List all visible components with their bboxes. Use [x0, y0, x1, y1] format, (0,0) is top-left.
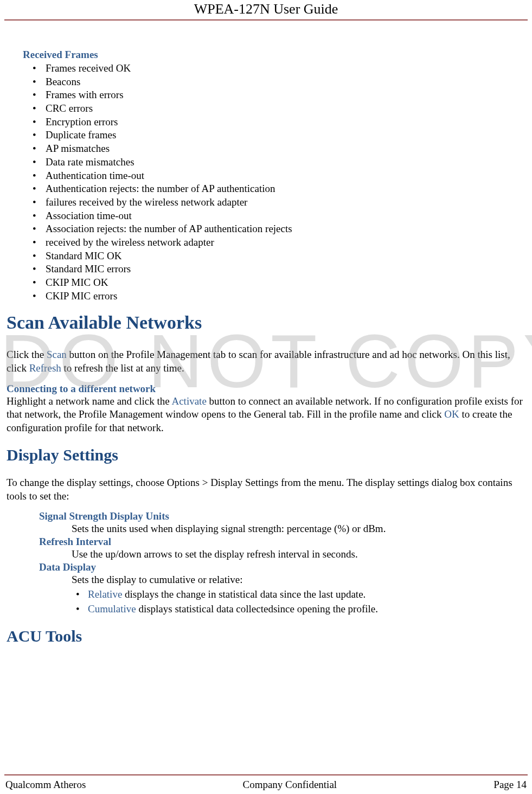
list-item: failures received by the wireless networ… — [46, 196, 525, 209]
signal-strength-desc: Sets the units used when displaying sign… — [72, 522, 525, 536]
list-item: Cumulative displays statistical data col… — [88, 602, 525, 617]
text-fragment: Click the — [7, 349, 47, 360]
list-item: Association time-out — [46, 209, 525, 223]
text-fragment: to refresh the list at any time. — [61, 362, 184, 374]
page-content: Received Frames Frames received OK Beaco… — [4, 22, 528, 645]
footer-left: Qualcomm Atheros — [5, 779, 86, 791]
received-frames-heading: Received Frames — [23, 49, 525, 61]
list-item: CKIP MIC OK — [46, 276, 525, 290]
page-header-title: WPEA-127N User Guide — [4, 0, 528, 20]
text-fragment: displays the change in statistical data … — [122, 588, 366, 600]
acu-tools-heading: ACU Tools — [7, 627, 525, 645]
display-intro: To change the display settings, choose O… — [7, 476, 525, 503]
connecting-subheading: Connecting to a different network — [7, 383, 525, 395]
page-footer: Qualcomm Atheros Company Confidential Pa… — [4, 774, 528, 791]
list-item: Beacons — [46, 75, 525, 89]
scan-heading: Scan Available Networks — [7, 312, 525, 333]
list-item: Standard MIC OK — [46, 249, 525, 263]
received-frames-list: Frames received OK Beacons Frames with e… — [7, 62, 525, 303]
list-item: Duplicate frames — [46, 129, 525, 142]
footer-right: Page 14 — [493, 779, 527, 791]
refresh-interval-subheading: Refresh Interval — [39, 536, 525, 548]
scan-paragraph-1: Click the Scan button on the Profile Man… — [7, 348, 525, 375]
list-item: Frames with errors — [46, 88, 525, 102]
list-item: Authentication rejects: the number of AP… — [46, 182, 525, 196]
list-item: AP mismatches — [46, 142, 525, 156]
relative-link: Relative — [88, 588, 122, 600]
activate-link: Activate — [171, 395, 206, 407]
scan-link: Scan — [47, 349, 67, 360]
text-fragment: Highlight a network name and click the — [7, 395, 171, 407]
refresh-link: Refresh — [29, 362, 61, 374]
data-display-list: Relative displays the change in statisti… — [72, 587, 525, 616]
list-item: CRC errors — [46, 102, 525, 116]
data-display-intro: Sets the display to cumulative or relati… — [72, 573, 525, 587]
list-item: Authentication time-out — [46, 169, 525, 183]
header-rule — [4, 20, 528, 21]
list-item: Relative displays the change in statisti… — [88, 587, 525, 602]
list-item: Association rejects: the number of AP au… — [46, 222, 525, 236]
list-item: Encryption errors — [46, 116, 525, 129]
list-item: Frames received OK — [46, 62, 525, 75]
text-fragment: displays statistical data collectedsince… — [136, 603, 378, 614]
display-settings-heading: Display Settings — [7, 446, 525, 464]
scan-paragraph-2: Highlight a network name and click the A… — [7, 395, 525, 435]
list-item: Standard MIC errors — [46, 262, 525, 276]
signal-strength-subheading: Signal Strength Display Units — [39, 510, 525, 522]
list-item: Data rate mismatches — [46, 156, 525, 169]
data-display-subheading: Data Display — [39, 561, 525, 573]
list-item: received by the wireless network adapter — [46, 236, 525, 249]
footer-rule — [4, 774, 528, 776]
footer-center: Company Confidential — [242, 779, 337, 791]
refresh-interval-desc: Use the up/down arrows to set the displa… — [72, 548, 525, 561]
list-item: CKIP MIC errors — [46, 290, 525, 303]
cumulative-link: Cumulative — [88, 603, 136, 614]
ok-link: OK — [444, 408, 459, 420]
